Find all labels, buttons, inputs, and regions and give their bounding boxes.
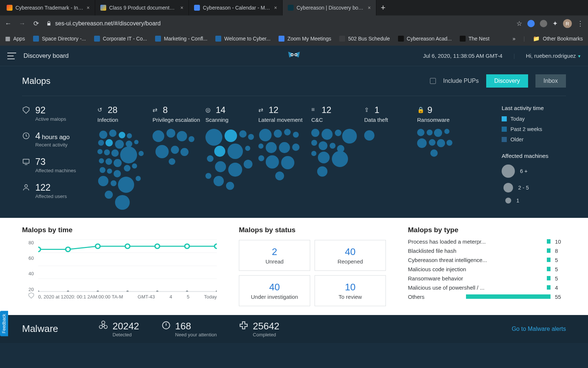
extension-icon[interactable]: [540, 20, 547, 27]
close-icon[interactable]: ×: [180, 5, 183, 11]
malop-bubble[interactable]: [105, 191, 113, 199]
malop-bubble[interactable]: [104, 149, 110, 155]
category-scanning[interactable]: ◎14Scanning: [205, 105, 257, 210]
malop-bubble[interactable]: [447, 140, 452, 146]
malop-bubble[interactable]: [239, 130, 247, 138]
malop-bubble[interactable]: [226, 182, 234, 190]
malop-bubble[interactable]: [169, 158, 175, 165]
malop-bubble[interactable]: [124, 165, 130, 171]
malop-bubble[interactable]: [215, 161, 226, 172]
malop-bubble[interactable]: [171, 146, 179, 154]
new-tab-button[interactable]: +: [376, 3, 390, 13]
malop-bubble[interactable]: [105, 139, 113, 146]
profile-avatar[interactable]: R: [563, 19, 572, 28]
malop-bubble[interactable]: [311, 151, 316, 156]
malop-bubble[interactable]: [166, 129, 175, 138]
type-row[interactable]: Cybereason threat intelligence...5: [408, 257, 566, 263]
status-card[interactable]: 10To review: [315, 275, 386, 306]
bookmark-item[interactable]: Space Directory -...: [33, 36, 86, 42]
malop-bubble[interactable]: [364, 130, 374, 141]
back-icon[interactable]: ←: [4, 20, 12, 27]
malop-bubble[interactable]: [97, 149, 103, 154]
malop-bubble[interactable]: [292, 144, 300, 151]
bookmark-item[interactable]: ▦Apps: [5, 35, 25, 42]
category-c&c[interactable]: ≡12C&C: [311, 105, 363, 210]
malop-bubble[interactable]: [434, 129, 442, 137]
malop-bubble[interactable]: [214, 176, 224, 186]
address-field[interactable]: ses-ui.cybereason.net/#/discovery/board: [46, 20, 510, 27]
bookmark-item[interactable]: Welcome to Cyber...: [215, 36, 270, 42]
malop-bubble[interactable]: [427, 130, 433, 135]
browser-tab[interactable]: Class 9 Product documentation×: [95, 0, 189, 15]
type-row[interactable]: Blacklisted file hash8: [408, 248, 566, 254]
malop-bubble[interactable]: [111, 149, 119, 157]
malop-bubble[interactable]: [118, 177, 134, 193]
user-menu[interactable]: Hi, rueben.rodriguez▾: [526, 53, 581, 59]
malop-bubble[interactable]: [248, 134, 254, 140]
malop-bubble[interactable]: [114, 170, 121, 177]
malop-bubble[interactable]: [332, 151, 348, 167]
malop-bubble[interactable]: [115, 140, 124, 149]
malop-bubble[interactable]: [111, 180, 116, 186]
inbox-button[interactable]: Inbox: [535, 74, 566, 88]
malop-bubble[interactable]: [335, 130, 341, 136]
malop-bubble[interactable]: [266, 142, 277, 153]
malop-bubble[interactable]: [279, 142, 290, 153]
malop-bubble[interactable]: [293, 132, 299, 138]
malop-bubble[interactable]: [266, 155, 279, 169]
forward-icon[interactable]: →: [18, 20, 26, 27]
malop-bubble[interactable]: [258, 144, 263, 149]
malop-bubble[interactable]: [132, 163, 137, 169]
malop-bubble[interactable]: [114, 159, 122, 167]
malop-bubble[interactable]: [274, 130, 282, 138]
malop-bubble[interactable]: [319, 141, 327, 150]
malop-bubble[interactable]: [225, 130, 237, 142]
malop-bubble[interactable]: [136, 176, 141, 181]
type-row[interactable]: Process has loaded a meterpr...10: [408, 238, 566, 245]
malop-bubble[interactable]: [153, 130, 164, 142]
bookmark-item[interactable]: 502 Bus Schedule: [339, 36, 390, 42]
malop-bubble[interactable]: [244, 160, 252, 169]
browser-tab[interactable]: Cybereason Trademark - Invita×: [1, 0, 95, 15]
malop-bubble[interactable]: [227, 144, 243, 159]
malop-bubble[interactable]: [98, 140, 104, 146]
star-icon[interactable]: ☆: [516, 20, 522, 28]
kebab-icon[interactable]: ⋮: [577, 20, 584, 28]
malop-bubble[interactable]: [134, 140, 139, 144]
malop-bubble[interactable]: [207, 155, 214, 162]
malop-bubble[interactable]: [322, 129, 333, 140]
include-pups-checkbox[interactable]: [430, 78, 436, 84]
browser-tab-active[interactable]: Cybereason | Discovery board×: [283, 0, 376, 15]
malop-bubble[interactable]: [342, 129, 357, 144]
type-row[interactable]: Ransomware behavior5: [408, 275, 566, 282]
status-card[interactable]: 2Unread: [239, 240, 310, 271]
malop-bubble[interactable]: [127, 133, 132, 138]
malop-bubble[interactable]: [107, 169, 112, 174]
malop-bubble[interactable]: [330, 143, 336, 149]
close-icon[interactable]: ×: [274, 5, 277, 11]
malop-bubble[interactable]: [259, 129, 272, 141]
category-ransomware[interactable]: 🔒9Ransomware: [417, 105, 469, 210]
malop-bubble[interactable]: [105, 158, 112, 165]
malop-bubble[interactable]: [281, 156, 294, 169]
reload-icon[interactable]: ⟳: [32, 20, 40, 27]
feedback-tab[interactable]: Feedback: [0, 311, 8, 336]
type-row[interactable]: Others55: [408, 294, 566, 300]
malop-bubble[interactable]: [98, 176, 108, 186]
malop-bubble[interactable]: [100, 167, 105, 173]
malop-bubble[interactable]: [311, 129, 319, 137]
other-bookmarks[interactable]: 📁Other Bookmarks: [533, 35, 583, 42]
status-card[interactable]: 40Under investigation: [239, 275, 310, 306]
status-card[interactable]: 40Reopened: [315, 240, 386, 271]
malop-bubble[interactable]: [284, 129, 291, 135]
malop-bubble[interactable]: [429, 139, 435, 146]
category-infection[interactable]: ↺28Infection: [97, 105, 151, 210]
malop-bubble[interactable]: [119, 132, 125, 138]
malop-bubble[interactable]: [245, 146, 250, 151]
malop-bubble[interactable]: [109, 130, 116, 137]
malop-bubble[interactable]: [120, 146, 137, 163]
bookmark-item[interactable]: Zoom My Meetings: [279, 36, 331, 42]
malop-bubble[interactable]: [311, 140, 317, 146]
malop-bubble[interactable]: [180, 148, 189, 156]
malop-bubble[interactable]: [417, 129, 424, 136]
